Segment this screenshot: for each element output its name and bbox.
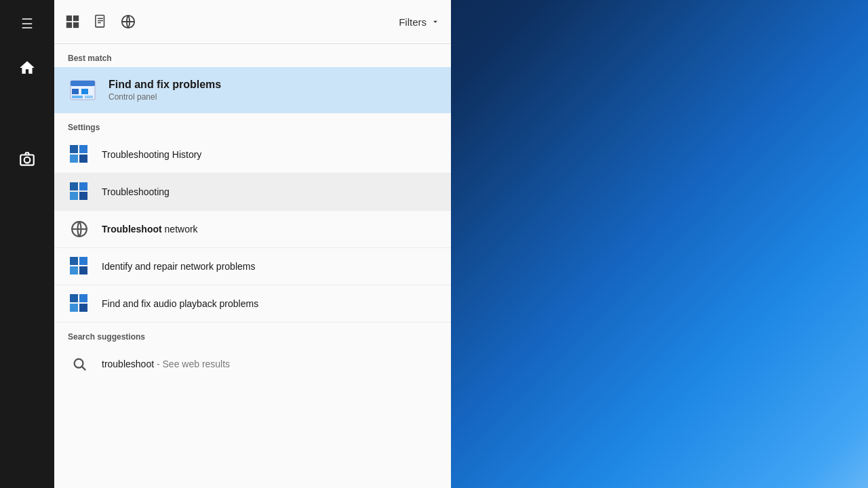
- svg-rect-13: [85, 96, 93, 98]
- apps-icon[interactable]: [65, 14, 80, 29]
- find-fix-audio-item[interactable]: Find and fix audio playback problems: [54, 285, 451, 323]
- svg-rect-16: [70, 155, 78, 163]
- troubleshooting-icon: [68, 180, 91, 203]
- svg-rect-30: [79, 304, 87, 312]
- filters-button[interactable]: Filters: [399, 16, 440, 28]
- svg-rect-18: [70, 182, 78, 190]
- toolbar-icons: [65, 14, 399, 29]
- identify-repair-item[interactable]: Identify and repair network problems: [54, 248, 451, 285]
- svg-line-32: [82, 367, 85, 370]
- identify-repair-label: Identify and repair network problems: [102, 261, 255, 272]
- web-search-suggestion-text: troubleshoot - See web results: [102, 359, 230, 369]
- best-match-title: Find and fix problems: [108, 79, 221, 91]
- toolbar: Filters: [54, 0, 451, 44]
- best-match-subtitle: Control panel: [108, 92, 221, 102]
- svg-point-1: [24, 157, 31, 163]
- find-fix-audio-icon: [68, 292, 91, 315]
- troubleshoot-network-label: Troubleshoot network: [102, 224, 198, 235]
- svg-rect-19: [79, 182, 87, 190]
- svg-rect-21: [79, 192, 87, 200]
- troubleshooting-item[interactable]: Troubleshooting: [54, 174, 451, 211]
- search-results-content: Best match Find and fix problems Control…: [54, 44, 451, 488]
- best-match-section-label: Best match: [54, 44, 451, 67]
- svg-rect-6: [96, 16, 104, 27]
- svg-rect-3: [73, 16, 79, 21]
- svg-rect-29: [70, 304, 78, 312]
- best-match-item[interactable]: Find and fix problems Control panel: [54, 67, 451, 113]
- svg-rect-2: [66, 16, 72, 21]
- svg-rect-28: [79, 294, 87, 302]
- sidebar: ☰: [0, 0, 54, 488]
- filters-label: Filters: [399, 16, 427, 28]
- web-search-suggestion-item[interactable]: troubleshoot - See web results: [54, 346, 451, 382]
- svg-rect-17: [79, 155, 87, 163]
- svg-rect-27: [70, 294, 78, 302]
- svg-rect-15: [79, 145, 87, 153]
- hamburger-menu-icon[interactable]: ☰: [10, 7, 44, 41]
- svg-rect-12: [72, 96, 83, 98]
- find-fix-audio-label: Find and fix audio playback problems: [102, 298, 258, 309]
- svg-rect-5: [73, 22, 79, 28]
- troubleshooting-history-item[interactable]: Troubleshooting History: [54, 136, 451, 174]
- settings-section-label: Settings: [54, 113, 451, 136]
- svg-rect-20: [70, 192, 78, 200]
- search-panel: Filters Best match Find: [54, 0, 451, 488]
- document-icon[interactable]: [94, 14, 107, 29]
- svg-rect-9: [71, 81, 95, 86]
- best-match-text: Find and fix problems Control panel: [108, 79, 221, 102]
- home-icon[interactable]: [10, 51, 44, 85]
- search-suggestions-label: Search suggestions: [54, 323, 451, 346]
- svg-rect-14: [70, 145, 78, 153]
- troubleshooting-label: Troubleshooting: [102, 186, 170, 197]
- troubleshooting-history-label: Troubleshooting History: [102, 149, 201, 160]
- troubleshooting-history-icon: [68, 143, 91, 166]
- svg-rect-10: [72, 89, 79, 94]
- svg-point-31: [75, 359, 83, 368]
- troubleshoot-network-item[interactable]: Troubleshoot network: [54, 211, 451, 248]
- search-icon: [68, 352, 91, 375]
- svg-rect-23: [70, 257, 78, 265]
- svg-rect-24: [79, 257, 87, 265]
- find-fix-problems-icon: [68, 75, 98, 105]
- svg-rect-25: [70, 266, 78, 274]
- svg-rect-11: [81, 89, 88, 94]
- svg-rect-26: [79, 266, 87, 274]
- camera-icon[interactable]: [10, 142, 44, 176]
- identify-repair-icon: [68, 255, 91, 278]
- troubleshoot-network-icon: [68, 218, 91, 241]
- globe-toolbar-icon[interactable]: [121, 14, 136, 29]
- svg-rect-4: [66, 22, 72, 28]
